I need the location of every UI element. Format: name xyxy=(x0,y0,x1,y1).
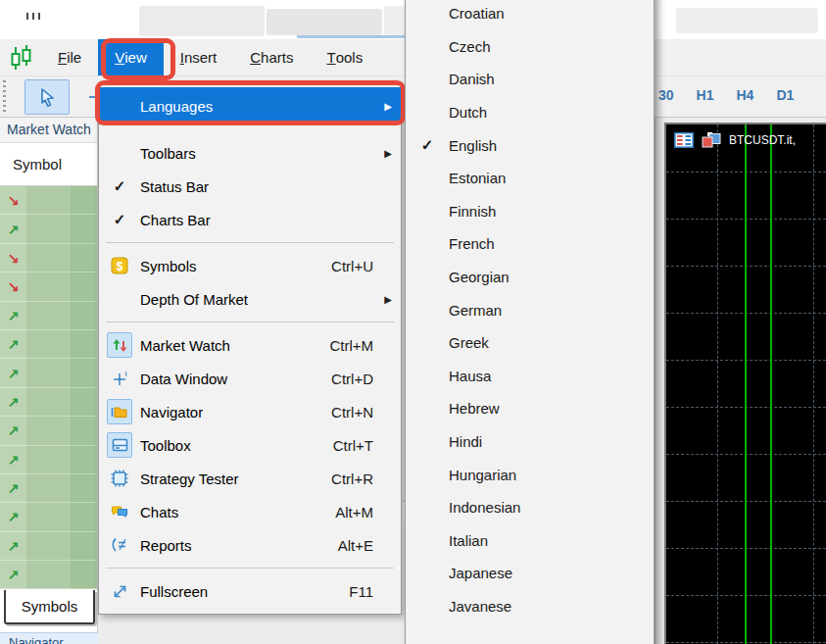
price-down-arrow-icon: ↘ xyxy=(0,244,26,272)
language-item-croatian[interactable]: Croatian xyxy=(406,0,654,30)
toolbar-grip[interactable] xyxy=(3,80,6,114)
language-item-english[interactable]: ✓English xyxy=(406,128,654,162)
menu-item-shortcut: F11 xyxy=(349,583,401,600)
view-menu-item-toolbox[interactable]: ToolboxCtrl+T xyxy=(99,428,401,462)
menu-item-view[interactable]: View xyxy=(98,39,164,75)
symbols-dollar-icon: $ xyxy=(107,253,132,278)
redacted-symbol-cell xyxy=(26,532,97,561)
menu-item-icon-column xyxy=(99,432,140,458)
view-menu-item-languages[interactable]: Languages▶ xyxy=(99,87,401,124)
chats-icon xyxy=(107,499,132,524)
view-menu-item-navigator[interactable]: NavigatorCtrl+N xyxy=(99,395,401,428)
language-item-hebrew[interactable]: Hebrew xyxy=(406,392,654,425)
timeframe-button-h1[interactable]: H1 xyxy=(697,87,714,103)
redacted-symbol-cell xyxy=(26,186,97,215)
market-watch-row[interactable]: ↗ xyxy=(0,330,97,359)
symbol-column-header[interactable]: Symbol xyxy=(0,143,97,186)
timeframe-button-d1[interactable]: D1 xyxy=(776,87,794,103)
language-label: English xyxy=(449,137,497,154)
view-menu-item-data-window[interactable]: iData WindowCtrl+D xyxy=(99,362,401,395)
timeframe-buttons: 30H1H4D1 xyxy=(658,87,794,103)
menu-item-tools[interactable]: Tools xyxy=(310,39,379,75)
view-menu-item-market-watch[interactable]: Market WatchCtrl+M xyxy=(99,328,401,362)
chart-symbol-title: BTCUSDT.it, xyxy=(729,133,796,147)
fullscreen-icon xyxy=(107,578,132,604)
chart-window-gap xyxy=(655,118,664,644)
redacted-symbol-cell xyxy=(26,446,97,474)
menu-item-file[interactable]: File xyxy=(41,39,98,75)
language-item-georgian[interactable]: Georgian xyxy=(406,261,654,294)
redacted-symbol-cell xyxy=(26,417,97,445)
view-menu-item-strategy-tester[interactable]: Strategy TesterCtrl+R xyxy=(99,462,401,495)
view-menu-item-reports[interactable]: ReportsAlt+E xyxy=(99,528,401,562)
language-item-indonesian[interactable]: Indonesian xyxy=(406,491,654,524)
language-item-german[interactable]: German xyxy=(406,293,654,326)
language-item-french[interactable]: French xyxy=(406,227,654,261)
language-item-hindi[interactable]: Hindi xyxy=(406,425,654,459)
timeframe-button-h4[interactable]: H4 xyxy=(736,87,753,103)
menu-item-insert[interactable]: Insert xyxy=(164,39,234,75)
redacted-symbol-cell xyxy=(26,388,97,417)
language-item-hausa[interactable]: Hausa xyxy=(406,360,654,393)
timeframe-button-30[interactable]: 30 xyxy=(658,87,674,103)
cursor-tool-button[interactable] xyxy=(24,79,70,115)
menu-item-charts[interactable]: Charts xyxy=(233,39,310,75)
price-up-arrow-icon: ↗ xyxy=(0,215,26,243)
view-menu-item-charts-bar[interactable]: ✓Charts Bar xyxy=(99,203,401,236)
svg-text:$: $ xyxy=(117,260,123,273)
language-item-dutch[interactable]: Dutch xyxy=(406,96,654,129)
language-label: Italian xyxy=(449,532,488,549)
menu-item-label: Languages xyxy=(140,98,213,115)
tab-symbols[interactable]: Symbols xyxy=(4,590,95,624)
menu-item-shortcut: Ctrl+M xyxy=(329,337,401,354)
language-label: Japanese xyxy=(449,565,512,581)
language-item-italian[interactable]: Italian xyxy=(406,524,654,558)
navigator-panel-title: Navigator xyxy=(0,633,98,644)
menu-item-label: Charts Bar xyxy=(140,212,211,228)
language-item-danish[interactable]: Danish xyxy=(406,63,654,96)
market-watch-row[interactable]: ↘ xyxy=(0,186,97,215)
menu-item-shortcut: Ctrl+U xyxy=(331,258,401,274)
language-item-hungarian[interactable]: Hungarian xyxy=(406,458,654,491)
window-icon xyxy=(26,13,42,20)
menu-item-shortcut: Alt+M xyxy=(335,504,401,520)
market-watch-row[interactable]: ↗ xyxy=(0,215,97,243)
view-menu-item-fullscreen[interactable]: FullscreenF11 xyxy=(99,574,401,608)
language-item-finnish[interactable]: Finnish xyxy=(406,195,654,228)
market-watch-panel: Market Watch Symbol ↘↗↘↘↗↗↗↗↗↗↗↗↗↗ Symbo… xyxy=(0,118,98,644)
market-watch-row[interactable]: ↗ xyxy=(0,359,97,387)
language-item-javanese[interactable]: Javanese xyxy=(406,590,654,623)
menu-item-label: Toolbars xyxy=(140,145,196,162)
market-watch-row[interactable]: ↗ xyxy=(0,474,97,503)
market-watch-row[interactable]: ↗ xyxy=(0,503,97,531)
redacted-title-block xyxy=(676,8,818,33)
menu-item-icon-column xyxy=(99,532,140,558)
view-menu-item-status-bar[interactable]: ✓Status Bar xyxy=(99,170,401,203)
market-watch-row[interactable]: ↗ xyxy=(0,388,97,417)
view-menu-item-depth-of-market[interactable]: Depth Of Market▶ xyxy=(99,282,401,316)
navigator-icon xyxy=(107,399,132,424)
menu-item-label: Navigator xyxy=(140,404,203,421)
market-watch-row[interactable]: ↘ xyxy=(0,244,97,272)
chart-window[interactable]: BTCUSDT.it, xyxy=(664,123,826,644)
market-watch-row[interactable]: ↗ xyxy=(0,302,97,330)
view-menu-item-symbols[interactable]: $SymbolsCtrl+U xyxy=(99,249,401,282)
language-item-greek[interactable]: Greek xyxy=(406,326,654,360)
menu-item-icon-column xyxy=(99,499,140,524)
language-item-czech[interactable]: Czech xyxy=(406,30,654,64)
market-watch-row[interactable]: ↗ xyxy=(0,532,97,561)
market-watch-row[interactable]: ↗ xyxy=(0,446,97,474)
checkmark-icon: ✓ xyxy=(114,177,126,195)
view-menu-item-chats[interactable]: ChatsAlt+M xyxy=(99,495,401,528)
market-watch-row[interactable]: ↘ xyxy=(0,272,97,301)
depth-of-market-icon[interactable] xyxy=(674,132,694,148)
menu-item-icon-column xyxy=(99,332,140,358)
market-watch-row[interactable]: ↗ xyxy=(0,561,97,589)
menu-item-label: Symbols xyxy=(140,258,197,274)
app-window: FileViewInsertChartsTools 30H1H4D1 Marke… xyxy=(0,0,826,644)
chart-windows-icon[interactable] xyxy=(701,131,722,149)
language-item-estonian[interactable]: Estonian xyxy=(406,162,654,195)
market-watch-row[interactable]: ↗ xyxy=(0,417,97,445)
view-menu-item-toolbars[interactable]: Toolbars▶ xyxy=(99,136,401,170)
language-item-japanese[interactable]: Japanese xyxy=(406,557,654,590)
